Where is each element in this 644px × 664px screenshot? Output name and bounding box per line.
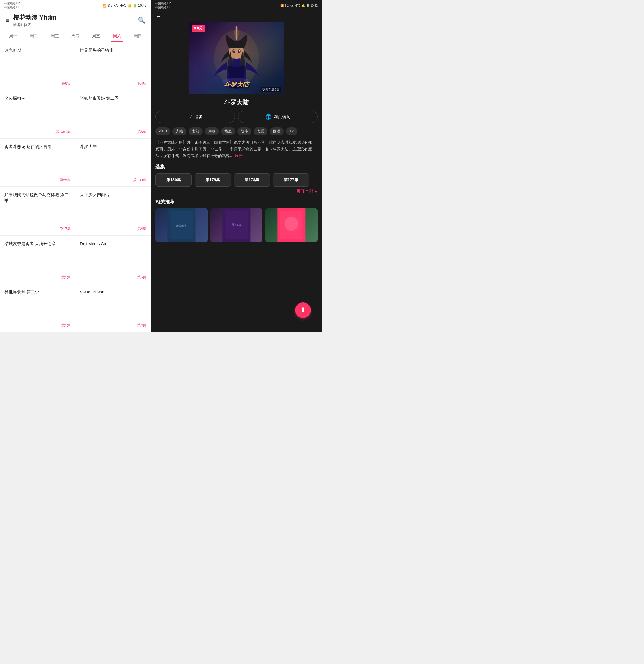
anime-card-title-7: 大正少女御伽话 (80, 192, 146, 224)
tag-5[interactable]: 战斗 (237, 127, 251, 135)
tag-7[interactable]: 国语 (270, 127, 284, 135)
anime-card-episode-2: 第1081集 (4, 129, 71, 134)
tags-row: 2018大陆玄幻穿越热血战斗恋爱国语TV (155, 127, 317, 135)
tag-1[interactable]: 大陆 (172, 127, 186, 135)
tag-4[interactable]: 热血 (221, 127, 235, 135)
signal-icon: 📶 (103, 4, 107, 7)
svg-point-8 (234, 26, 239, 40)
right-panel: 中国联通 HD 中国联通 HD 📶 5.2 K/s NFC 🔔 🔋 10:42 … (151, 0, 322, 332)
app-subtitle: 新番时间表 (13, 22, 57, 27)
anime-grid: 蓝色时期第6集世界尽头的圣骑士第4集名侦探柯南第1081集半妖的夜叉姬 第二季第… (0, 42, 151, 332)
anime-card-2[interactable]: 名侦探柯南第1081集 (0, 90, 76, 138)
search-button[interactable]: 🔍 (138, 17, 145, 24)
anime-card-episode-10: 第5集 (4, 323, 71, 328)
anime-card-episode-5: 第180集 (80, 178, 146, 183)
anime-card-title-10: 异世界食堂 第二季 (4, 289, 71, 320)
anime-card-episode-8: 第5集 (4, 275, 71, 280)
follow-button[interactable]: ♡ 追番 (155, 111, 235, 123)
anime-card-episode-3: 第5集 (80, 129, 146, 134)
time-right: 10:42 (311, 4, 317, 7)
week-tab-周二[interactable]: 周二 (23, 30, 44, 42)
tag-8[interactable]: TV (286, 127, 297, 135)
recommend-card-3[interactable] (265, 208, 317, 242)
anime-card-8[interactable]: 结城友奈是勇者 大满开之章第5集 (0, 235, 76, 284)
app-header-left: ≡ 樱花动漫 Yhdm 新番时间表 (6, 14, 57, 27)
tag-0[interactable]: 2018 (155, 127, 170, 135)
nfc-icon: NFC (119, 4, 126, 7)
anime-card-episode-11: 第4集 (80, 323, 146, 328)
visit-web-button[interactable]: 🌐 网页访问 (238, 111, 317, 123)
description-text: 《斗罗大陆》唐门外门弟子唐三，因偷学内门绝学为唐门所不容，跳崖明志时却发现没有死… (155, 139, 317, 159)
recommend-title: 相关推荐 (155, 199, 317, 205)
week-tab-周四[interactable]: 周四 (65, 30, 86, 42)
hamburger-icon[interactable]: ≡ (6, 17, 9, 24)
anime-card-0[interactable]: 蓝色时期第6集 (0, 42, 76, 90)
week-tab-周六[interactable]: 周六 (106, 30, 127, 42)
anime-card-10[interactable]: 异世界食堂 第二季第5集 (0, 284, 76, 332)
svg-point-5 (233, 50, 234, 52)
anime-card-title-9: Deji Meets Girl (80, 241, 146, 272)
detail-content: 斗罗大陆 ♡ 追番 🌐 网页访问 2018大陆玄幻穿越热血战斗恋爱国语TV 《斗… (151, 95, 322, 330)
update-info: 更新至180集 (261, 87, 281, 92)
time-left: 10:42 (138, 4, 146, 7)
anime-card-title-4: 勇者斗恶龙 达伊的大冒险 (4, 144, 71, 175)
carrier-info: 中国联通 HD 中国联通 HD (4, 2, 20, 9)
week-tab-周一[interactable]: 周一 (3, 30, 23, 42)
recommend-section: 相关推荐 境界戦機 通常攻击 (155, 199, 317, 242)
episode-list: 第180集第179集第178集第177集 (155, 173, 317, 187)
anime-card-9[interactable]: Deji Meets Girl第5集 (76, 235, 151, 284)
anime-card-1[interactable]: 世界尽头的圣骑士第4集 (76, 42, 151, 90)
recommend-card-2[interactable]: 通常攻击 (210, 208, 263, 242)
anime-card-3[interactable]: 半妖的夜叉姬 第二季第5集 (76, 90, 151, 138)
anime-card-title-1: 世界尽头的圣骑士 (80, 47, 146, 78)
expand-all-button[interactable]: 展开全部 ∨ (155, 189, 317, 194)
visit-label: 网页访问 (274, 114, 290, 120)
anime-card-7[interactable]: 大正少女御伽话第4集 (76, 187, 151, 235)
globe-icon: 🌐 (265, 114, 271, 120)
battery-icon-right: 🔋 (306, 4, 309, 7)
expand-description-link[interactable]: 展开 (235, 153, 243, 158)
score-badge: 9.0分 (192, 25, 205, 32)
anime-card-title-3: 半妖的夜叉姬 第二季 (80, 95, 146, 126)
cover-section: 斗罗大陆 9.0分 更新至180集 (155, 22, 317, 95)
svg-point-6 (239, 50, 240, 52)
week-tab-周三[interactable]: 周三 (44, 30, 65, 42)
carrier-info-right: 中国联通 HD 中国联通 HD (155, 2, 171, 9)
week-tab-周五[interactable]: 周五 (86, 30, 106, 42)
signal-icon-right: 📶 (281, 4, 284, 7)
anime-card-title-2: 名侦探柯南 (4, 95, 71, 126)
episode-btn-1[interactable]: 第179集 (194, 173, 231, 187)
status-icons-left: 📶 3.5 K/s NFC 🔔 🔋 10:42 (103, 4, 146, 7)
episode-btn-2[interactable]: 第178集 (234, 173, 270, 187)
tag-3[interactable]: 穿越 (205, 127, 219, 135)
app-title: 樱花动漫 Yhdm (13, 14, 57, 22)
left-panel: 中国联通 HD 中国联通 HD 📶 3.5 K/s NFC 🔔 🔋 10:42 … (0, 0, 151, 332)
speed-right: 5.2 K/s (285, 4, 293, 7)
recommend-grid: 境界戦機 通常攻击 (155, 208, 317, 242)
anime-card-episode-7: 第4集 (80, 226, 146, 231)
recommend-card-1[interactable]: 境界戦機 (155, 208, 208, 242)
nfc-icon-right: NFC (295, 4, 300, 7)
week-tab-周日[interactable]: 周日 (127, 30, 148, 42)
action-buttons: ♡ 追番 🌐 网页访问 (155, 111, 317, 123)
anime-card-11[interactable]: Visual Prison第4集 (76, 284, 151, 332)
chevron-down-icon: ∨ (314, 189, 317, 194)
back-button[interactable]: ← (155, 13, 162, 20)
tag-2[interactable]: 玄幻 (189, 127, 203, 135)
anime-card-6[interactable]: 如果烧陶的话也做个马克杯吧 第二季第17集 (0, 187, 76, 235)
episode-btn-0[interactable]: 第180集 (155, 173, 192, 187)
svg-point-18 (285, 217, 298, 231)
week-tabs: 周一周二周三周四周五周六周日 (0, 30, 151, 42)
anime-card-episode-1: 第4集 (80, 81, 146, 86)
anime-card-title-5: 斗罗大陆 (80, 144, 146, 175)
svg-text:境界戦機: 境界戦機 (176, 224, 186, 227)
anime-card-episode-6: 第17集 (4, 226, 71, 231)
anime-card-5[interactable]: 斗罗大陆第180集 (76, 139, 151, 187)
expand-all-label: 展开全部 (296, 189, 313, 194)
episode-btn-3[interactable]: 第177集 (273, 173, 309, 187)
download-fab[interactable]: ⬇ (295, 303, 311, 318)
anime-card-4[interactable]: 勇者斗恶龙 达伊的大冒险第55集 (0, 139, 76, 187)
cover-image: 斗罗大陆 9.0分 更新至180集 (189, 22, 284, 95)
tag-6[interactable]: 恋爱 (253, 127, 268, 135)
anime-card-episode-9: 第5集 (80, 275, 146, 280)
